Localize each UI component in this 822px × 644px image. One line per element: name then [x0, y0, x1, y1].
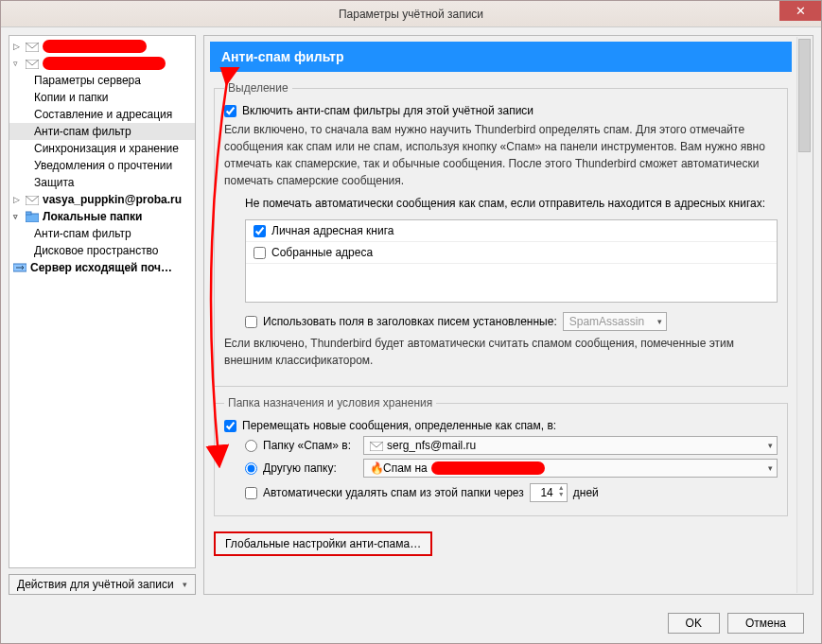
autodelete-days-input[interactable]: 14 ▲▼ [530, 483, 568, 502]
other-folder-radio-row: Другую папку: 🔥 Спам на ▾ [224, 459, 778, 478]
sidebar-item-copies[interactable]: Копии и папки [9, 89, 195, 106]
enable-junk-label: Включить анти-спам фильтры для этой учёт… [242, 104, 533, 117]
account-item-vasya[interactable]: ▷ vasya_puppkin@proba.ru [9, 191, 195, 208]
enable-junk-desc: Если включено, то сначала вам нужно науч… [224, 121, 778, 189]
sidebar-item-receipts[interactable]: Уведомления о прочтении [9, 157, 195, 174]
scrollbar-thumb[interactable] [798, 39, 811, 152]
whitelist-item-label: Собранные адреса [271, 246, 373, 259]
other-folder-select[interactable]: 🔥 Спам на ▾ [363, 459, 778, 478]
sidebar-item-label: Анти-спам фильтр [34, 227, 131, 240]
autodelete-label: Автоматически удалять спам из этой папки… [263, 486, 524, 499]
sidebar-item-security[interactable]: Защита [9, 174, 195, 191]
account-tree[interactable]: ▷ ▿ Параметры сервера [9, 35, 196, 568]
mail-icon [370, 441, 383, 450]
other-folder-value-prefix: Спам на [383, 461, 428, 475]
destination-group-legend: Папка назначения и условия хранения [224, 396, 436, 409]
whitelist-checkbox-collected[interactable] [254, 247, 266, 259]
use-headers-label: Использовать поля в заголовках писем уст… [263, 315, 557, 328]
mail-icon [26, 42, 39, 51]
folder-icon [26, 211, 39, 222]
sidebar-item-label: Параметры сервера [34, 74, 141, 87]
enable-junk-checkbox[interactable] [224, 105, 236, 117]
ok-button-label: OK [686, 617, 702, 630]
spam-folder-radio[interactable] [245, 440, 257, 452]
sidebar-item-label: Локальные папки [43, 210, 143, 223]
smtp-icon [13, 262, 26, 273]
sidebar-item-label: Копии и папки [34, 91, 109, 104]
sidebar-item-disk[interactable]: Дисковое пространство [9, 242, 195, 259]
titlebar: Параметры учётной записи ✕ [1, 1, 821, 27]
mail-icon [26, 195, 39, 204]
tree-twisty-icon: ▷ [13, 42, 22, 51]
move-junk-label: Перемещать новые сообщения, определенные… [242, 419, 556, 432]
autodelete-days-value: 14 [540, 486, 552, 499]
svg-rect-4 [26, 212, 31, 215]
tree-twisty-open-icon: ▿ [13, 59, 22, 68]
ok-button[interactable]: OK [668, 613, 720, 634]
main-pane: Анти-спам фильтр Выделение Включить анти… [203, 35, 813, 595]
account-item-redacted-2[interactable]: ▿ [9, 55, 195, 72]
sidebar-item-junk[interactable]: Анти-спам фильтр [9, 123, 195, 140]
move-junk-row: Перемещать новые сообщения, определенные… [224, 419, 778, 432]
close-button[interactable]: ✕ [779, 1, 821, 21]
scrollbar[interactable] [796, 37, 812, 593]
tree-twisty-icon: ▷ [13, 195, 22, 204]
sidebar-item-local-junk[interactable]: Анти-спам фильтр [9, 225, 195, 242]
other-folder-radio-label: Другую папку: [263, 461, 358, 475]
content-area: ▷ ▿ Параметры сервера [1, 27, 821, 602]
account-actions-label: Действия для учётной записи [17, 578, 174, 591]
sidebar-item-label: Синхронизация и хранение [34, 142, 179, 155]
redacted-account-label [43, 57, 166, 70]
autodelete-checkbox[interactable] [245, 487, 257, 499]
sidebar-item-sync[interactable]: Синхронизация и хранение [9, 140, 195, 157]
local-folders-item[interactable]: ▿ Локальные папки [9, 208, 195, 225]
account-settings-window: Параметры учётной записи ✕ ▷ ▿ [0, 0, 822, 644]
spam-account-value: serg_nfs@mail.ru [387, 439, 476, 452]
mail-icon [26, 59, 39, 68]
autodelete-row: Автоматически удалять спам из этой папки… [224, 483, 778, 502]
enable-junk-row: Включить анти-спам фильтры для этой учёт… [224, 104, 778, 117]
selection-group-legend: Выделение [224, 81, 292, 95]
pane-title: Анти-спам фильтр [210, 42, 792, 72]
whitelist-item-label: Личная адресная книга [271, 224, 394, 237]
spinner-icon[interactable]: ▲▼ [558, 484, 565, 497]
sidebar-item-label: Анти-спам фильтр [34, 125, 131, 138]
window-title: Параметры учётной записи [339, 8, 483, 21]
other-folder-radio[interactable] [245, 462, 257, 475]
whitelist-listbox[interactable]: Личная адресная книга Собранные адреса [245, 219, 778, 303]
smtp-item[interactable]: Сервер исходящей поч… [9, 259, 195, 276]
sidebar-item-compose[interactable]: Составление и адресация [9, 106, 195, 123]
global-junk-settings-button[interactable]: Глобальные настройки анти-спама… [214, 531, 432, 556]
dialog-footer: OK Отмена [668, 613, 804, 634]
chevron-down-icon: ▾ [768, 441, 773, 450]
selection-group: Выделение Включить анти-спам фильтры для… [214, 81, 788, 387]
spam-account-select[interactable]: serg_nfs@mail.ru ▾ [363, 436, 778, 455]
move-junk-checkbox[interactable] [224, 420, 236, 432]
chevron-down-icon: ▾ [657, 317, 662, 326]
global-junk-settings-label: Глобальные настройки анти-спама… [225, 537, 421, 550]
whitelist-label: Не помечать автоматически сообщения как … [245, 197, 778, 210]
destination-group: Папка назначения и условия хранения Пере… [214, 396, 788, 516]
sidebar-item-label: Уведомления о прочтении [34, 159, 172, 172]
sidebar-item-label: Дисковое пространство [34, 244, 159, 257]
spam-folder-radio-label: Папку «Спам» в: [263, 439, 358, 452]
cancel-button[interactable]: Отмена [727, 613, 804, 634]
redacted-folder-name [431, 461, 545, 475]
headers-row: Использовать поля в заголовках писем уст… [224, 312, 778, 331]
headers-desc: Если включено, Thunderbird будет автомат… [224, 335, 778, 369]
use-headers-checkbox[interactable] [245, 316, 257, 328]
account-item-redacted-1[interactable]: ▷ [9, 38, 195, 55]
whitelist-section: Не помечать автоматически сообщения как … [224, 197, 778, 303]
whitelist-item[interactable]: Собранные адреса [246, 242, 777, 264]
redacted-account-label [43, 40, 147, 53]
sidebar-item-label: Сервер исходящей поч… [30, 261, 172, 274]
chevron-down-icon: ▾ [183, 580, 187, 589]
whitelist-item[interactable]: Личная адресная книга [246, 220, 777, 242]
account-actions-button[interactable]: Действия для учётной записи ▾ [9, 574, 196, 595]
whitelist-checkbox-personal[interactable] [254, 225, 266, 237]
headers-classifier-select[interactable]: SpamAssassin ▾ [563, 312, 667, 331]
sidebar-item-server[interactable]: Параметры сервера [9, 72, 195, 89]
sidebar-item-label: Защита [34, 176, 75, 189]
autodelete-suffix: дней [573, 486, 599, 499]
headers-classifier-value: SpamAssassin [569, 315, 644, 328]
